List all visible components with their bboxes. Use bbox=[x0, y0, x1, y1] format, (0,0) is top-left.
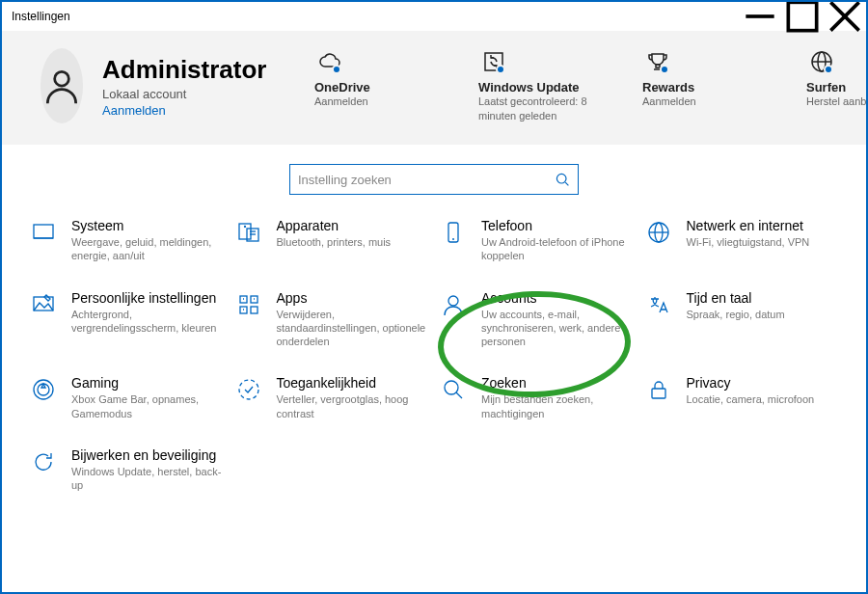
category-title: Apparaten bbox=[277, 218, 392, 233]
refresh-icon bbox=[29, 447, 58, 476]
category-subtitle: Uw Android-telefoon of iPhone koppelen bbox=[481, 235, 635, 263]
category-search[interactable]: ZoekenMijn bestanden zoeken, machtiginge… bbox=[439, 375, 635, 420]
svg-rect-11 bbox=[34, 225, 53, 238]
header-items: OneDriveAanmeldenWindows UpdateLaatst ge… bbox=[314, 49, 868, 122]
gaming-icon bbox=[29, 375, 58, 404]
access-icon bbox=[234, 375, 263, 404]
globe-icon bbox=[644, 218, 673, 247]
header-item-cloud[interactable]: OneDriveAanmelden bbox=[314, 49, 430, 122]
svg-line-36 bbox=[456, 392, 462, 398]
person-icon bbox=[439, 290, 468, 319]
search-input[interactable]: Instelling zoeken bbox=[289, 164, 579, 195]
svg-point-15 bbox=[244, 227, 245, 228]
category-subtitle: Spraak, regio, datum bbox=[687, 308, 785, 321]
category-refresh[interactable]: Bijwerken en beveiligingWindows Update, … bbox=[29, 447, 225, 493]
category-title: Privacy bbox=[687, 375, 815, 391]
category-title: Accounts bbox=[481, 290, 635, 306]
category-subtitle: Weergave, geluid, meldingen, energie, aa… bbox=[71, 235, 225, 263]
category-subtitle: Wi-Fi, vliegtuigstand, VPN bbox=[687, 235, 810, 249]
category-grid: SysteemWeergave, geluid, meldingen, ener… bbox=[2, 218, 866, 512]
svg-rect-37 bbox=[652, 389, 665, 398]
svg-line-10 bbox=[565, 182, 568, 185]
minimize-button[interactable] bbox=[739, 2, 781, 31]
search-placeholder: Instelling zoeken bbox=[298, 173, 392, 187]
svg-point-31 bbox=[448, 296, 458, 306]
category-subtitle: Uw accounts, e-mail, synchroniseren, wer… bbox=[481, 308, 635, 349]
category-title: Toegankelijkheid bbox=[277, 375, 430, 391]
close-button[interactable] bbox=[824, 2, 866, 31]
svg-point-35 bbox=[445, 381, 458, 394]
svg-point-9 bbox=[556, 174, 566, 183]
svg-point-4 bbox=[55, 71, 69, 86]
lang-icon bbox=[644, 290, 673, 319]
header-item-title: Surfen bbox=[806, 80, 868, 94]
category-subtitle: Locatie, camera, microfoon bbox=[687, 392, 815, 406]
window-controls bbox=[739, 2, 866, 31]
header-item-subtitle: Laatst gecontroleerd: 8 minuten geleden bbox=[478, 94, 594, 122]
cloud-icon bbox=[314, 49, 345, 74]
header-item-trophy[interactable]: RewardsAanmelden bbox=[642, 49, 758, 122]
category-subtitle: Windows Update, herstel, back-up bbox=[71, 465, 225, 493]
category-title: Gaming bbox=[71, 375, 225, 391]
user-avatar[interactable] bbox=[41, 48, 83, 123]
header-item-title: OneDrive bbox=[314, 80, 430, 94]
category-subtitle: Verwijderen, standaardinstellingen, opti… bbox=[277, 308, 430, 349]
category-gaming[interactable]: GamingXbox Game Bar, opnames, Gamemodus bbox=[29, 375, 225, 420]
svg-rect-1 bbox=[788, 2, 816, 30]
lock-icon bbox=[644, 375, 673, 404]
category-monitor[interactable]: SysteemWeergave, geluid, meldingen, ener… bbox=[29, 218, 225, 263]
header-item-sync[interactable]: Windows UpdateLaatst gecontroleerd: 8 mi… bbox=[478, 49, 594, 122]
category-globe[interactable]: Netwerk en internetWi-Fi, vliegtuigstand… bbox=[644, 218, 840, 263]
titlebar: Instellingen bbox=[2, 2, 866, 31]
category-brush[interactable]: Persoonlijke instellingenAchtergrond, ve… bbox=[29, 290, 225, 349]
search-icon bbox=[439, 375, 468, 404]
sync-icon bbox=[478, 49, 509, 74]
category-title: Persoonlijke instellingen bbox=[71, 290, 225, 306]
window-title: Instellingen bbox=[12, 10, 70, 23]
category-title: Zoeken bbox=[481, 375, 635, 391]
category-lock[interactable]: PrivacyLocatie, camera, microfoon bbox=[644, 375, 840, 420]
signin-link[interactable]: Aanmelden bbox=[102, 103, 295, 118]
trophy-icon bbox=[642, 49, 673, 74]
user-subtitle: Lokaal account bbox=[102, 87, 295, 101]
header-item-title: Windows Update bbox=[478, 80, 594, 94]
category-devices[interactable]: ApparatenBluetooth, printers, muis bbox=[234, 218, 430, 263]
header-item-subtitle: Herstel aanbevolen bbox=[806, 94, 868, 108]
apps-icon bbox=[234, 290, 263, 319]
monitor-icon bbox=[29, 218, 58, 247]
category-title: Bijwerken en beveiliging bbox=[71, 447, 225, 463]
category-apps[interactable]: AppsVerwijderen, standaardinstellingen, … bbox=[234, 290, 430, 349]
devices-icon bbox=[234, 218, 263, 247]
brush-icon bbox=[29, 290, 58, 319]
phone-icon bbox=[439, 218, 468, 247]
category-lang[interactable]: Tijd en taalSpraak, regio, datum bbox=[644, 290, 840, 349]
header-item-subtitle: Aanmelden bbox=[642, 94, 758, 108]
category-title: Systeem bbox=[71, 218, 225, 233]
search-bar: Instelling zoeken bbox=[2, 145, 866, 218]
header-item-subtitle: Aanmelden bbox=[314, 94, 430, 108]
category-subtitle: Achtergrond, vergrendelingsscherm, kleur… bbox=[71, 308, 225, 336]
header-item-globe[interactable]: SurfenHerstel aanbevolen bbox=[806, 49, 868, 122]
category-subtitle: Verteller, vergrootglas, hoog contrast bbox=[277, 392, 430, 420]
category-title: Telefoon bbox=[481, 218, 635, 233]
svg-point-33 bbox=[38, 384, 49, 395]
category-person[interactable]: AccountsUw accounts, e-mail, synchronise… bbox=[439, 290, 635, 349]
category-subtitle: Xbox Game Bar, opnames, Gamemodus bbox=[71, 392, 225, 420]
header-item-title: Rewards bbox=[642, 80, 758, 94]
category-access[interactable]: ToegankelijkheidVerteller, vergrootglas,… bbox=[234, 375, 430, 420]
globe-icon bbox=[806, 49, 837, 74]
search-icon bbox=[555, 172, 570, 187]
svg-point-34 bbox=[239, 380, 258, 399]
svg-rect-27 bbox=[251, 307, 258, 313]
maximize-button[interactable] bbox=[781, 2, 824, 31]
category-title: Netwerk en internet bbox=[687, 218, 810, 233]
header: Administrator Lokaal account Aanmelden O… bbox=[2, 31, 866, 145]
category-title: Apps bbox=[277, 290, 430, 306]
user-name: Administrator bbox=[102, 55, 295, 85]
user-block: Administrator Lokaal account Aanmelden bbox=[102, 55, 295, 118]
category-title: Tijd en taal bbox=[687, 290, 785, 306]
category-phone[interactable]: TelefoonUw Android-telefoon of iPhone ko… bbox=[439, 218, 635, 263]
category-subtitle: Mijn bestanden zoeken, machtigingen bbox=[481, 392, 635, 420]
category-subtitle: Bluetooth, printers, muis bbox=[277, 235, 392, 249]
